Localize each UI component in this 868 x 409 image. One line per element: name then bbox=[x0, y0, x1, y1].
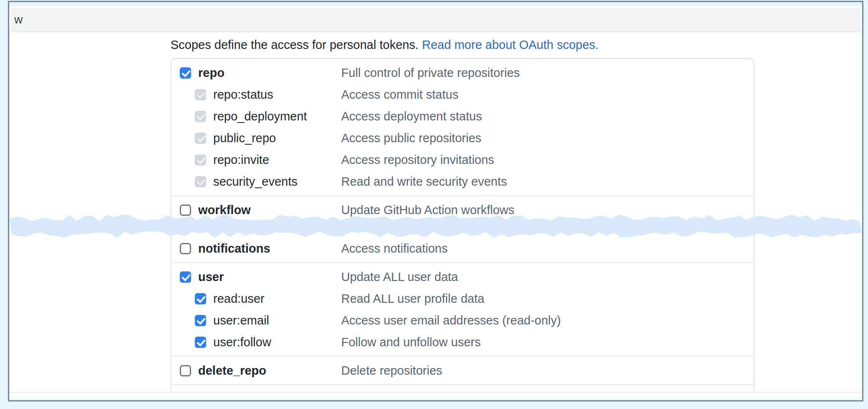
note-header-bar: w bbox=[11, 8, 860, 32]
checkbox-repo-status bbox=[195, 89, 206, 100]
scopes-intro-text: Scopes define the access for personal to… bbox=[171, 38, 422, 51]
scope-row-security_events: security_events Read and write security … bbox=[171, 171, 753, 192]
scope-description-repo: Full control of private repositories bbox=[341, 66, 520, 80]
scope-description-user: Update ALL user data bbox=[341, 270, 458, 284]
panel-footer-strip bbox=[9, 392, 862, 400]
scope-row-delete_repo: delete_repo Delete repositories bbox=[171, 360, 753, 381]
scope-label-repo_deployment[interactable]: repo_deployment bbox=[213, 110, 307, 123]
scope-description-delete_repo: Delete repositories bbox=[341, 364, 442, 378]
checkbox-repo[interactable] bbox=[180, 67, 191, 79]
checkbox-notifications[interactable] bbox=[180, 243, 191, 254]
scope-row-repo-status: repo:status Access commit status bbox=[171, 84, 753, 105]
oauth-scopes-link[interactable]: Read more about OAuth scopes. bbox=[422, 38, 598, 51]
group-divider bbox=[171, 384, 753, 385]
scope-label-user-email[interactable]: user:email bbox=[213, 314, 269, 327]
scope-description-repo_deployment: Access deployment status bbox=[341, 110, 482, 123]
scope-row-user-email: user:email Access user email addresses (… bbox=[171, 309, 753, 331]
scope-row-repo_deployment: repo_deployment Access deployment status bbox=[171, 105, 753, 127]
scope-row-read-user: read:user Read ALL user profile data bbox=[171, 288, 753, 309]
checkbox-read-user[interactable] bbox=[195, 293, 206, 304]
scope-label-repo-invite[interactable]: repo:invite bbox=[213, 153, 269, 167]
scope-description-repo-invite: Access repository invitations bbox=[341, 153, 494, 167]
scope-description-user-email: Access user email addresses (read-only) bbox=[341, 314, 561, 327]
scopes-section: Scopes define the access for personal to… bbox=[9, 32, 862, 393]
scope-group: repo Full control of private repositorie… bbox=[171, 59, 753, 195]
settings-panel: w Scopes define the access for personal … bbox=[8, 1, 863, 401]
checkbox-user-email[interactable] bbox=[195, 315, 206, 326]
scope-row-notifications: notifications Access notifications bbox=[171, 238, 753, 259]
scope-description-notifications: Access notifications bbox=[341, 242, 448, 256]
checkbox-delete_repo[interactable] bbox=[180, 365, 191, 376]
checkbox-security_events bbox=[195, 176, 206, 187]
scope-label-security_events[interactable]: security_events bbox=[213, 175, 298, 189]
scope-description-security_events: Read and write security events bbox=[341, 175, 507, 189]
panel-top-strip bbox=[9, 2, 862, 6]
scope-label-notifications[interactable]: notifications bbox=[198, 242, 270, 256]
scope-label-public_repo[interactable]: public_repo bbox=[213, 131, 276, 145]
scope-label-repo-status[interactable]: repo:status bbox=[213, 88, 273, 102]
checkbox-repo-invite bbox=[195, 154, 206, 166]
scope-description-repo-status: Access commit status bbox=[341, 88, 458, 102]
scope-label-delete_repo[interactable]: delete_repo bbox=[198, 364, 266, 378]
scope-description-public_repo: Access public repositories bbox=[341, 131, 481, 145]
scope-group: user Update ALL user data read:user Read… bbox=[171, 263, 753, 356]
scope-group: delete_repo Delete repositories bbox=[171, 357, 753, 384]
torn-band-shape bbox=[9, 215, 862, 238]
checkbox-user[interactable] bbox=[180, 271, 191, 283]
scope-row-user-follow: user:follow Follow and unfollow users bbox=[171, 331, 753, 353]
scope-description-user-follow: Follow and unfollow users bbox=[341, 335, 481, 349]
scopes-intro: Scopes define the access for personal to… bbox=[171, 37, 862, 52]
scope-label-user-follow[interactable]: user:follow bbox=[213, 335, 271, 349]
checkbox-repo_deployment bbox=[195, 111, 206, 122]
checkbox-public_repo bbox=[195, 133, 206, 144]
scope-row-public_repo: public_repo Access public repositories bbox=[171, 127, 753, 149]
torn-screenshot-band bbox=[9, 213, 862, 239]
scope-description-read-user: Read ALL user profile data bbox=[341, 292, 484, 306]
checkbox-user-follow[interactable] bbox=[195, 337, 206, 348]
scope-label-repo[interactable]: repo bbox=[198, 66, 225, 80]
scope-row-repo-invite: repo:invite Access repository invitation… bbox=[171, 149, 753, 171]
scope-label-read-user[interactable]: read:user bbox=[213, 292, 265, 306]
scope-label-user[interactable]: user bbox=[198, 270, 224, 284]
scope-row-user: user Update ALL user data bbox=[171, 266, 753, 288]
scope-row-repo: repo Full control of private repositorie… bbox=[171, 62, 753, 84]
note-header-text: w bbox=[14, 13, 23, 26]
